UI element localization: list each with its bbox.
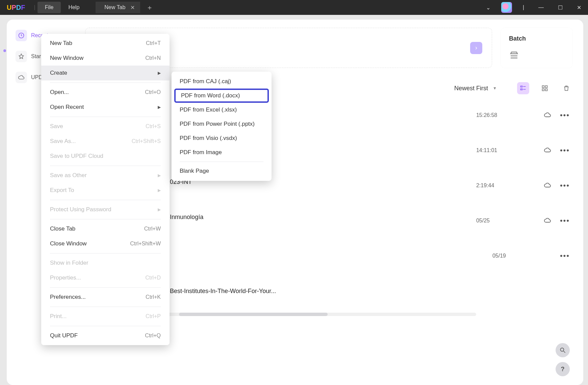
menu-protect: Protect Using Password▶ — [41, 202, 170, 217]
menu-new-window[interactable]: New WindowCtrl+N — [41, 51, 170, 66]
chevron-right-icon: ▶ — [158, 105, 161, 110]
menu-print: Print...Ctrl+P — [41, 309, 170, 324]
titlebar: UPDF | File Help New Tab ✕ ＋ ⌄ | — ☐ ✕ — [0, 0, 588, 15]
view-grid-button[interactable] — [539, 82, 551, 94]
close-window-button[interactable]: ✕ — [573, 4, 585, 11]
view-list-button[interactable] — [517, 82, 529, 94]
batch-card[interactable]: Batch — [501, 28, 572, 68]
menu-save-other: Save as Other▶ — [41, 168, 170, 183]
menu-show-folder: Show in Folder — [41, 256, 170, 270]
submenu-pdf-from-excel[interactable]: PDF from Excel (.xlsx) — [172, 103, 272, 117]
menu-export-to: Export To▶ — [41, 183, 170, 198]
help-button[interactable]: ? — [556, 362, 570, 376]
chevron-right-icon: ▶ — [158, 71, 161, 75]
menu-close-tab[interactable]: Close TabCtrl+W — [41, 221, 170, 236]
sort-label: Newest First — [454, 85, 488, 92]
cloud-icon — [16, 72, 27, 83]
menu-file[interactable]: File — [37, 2, 61, 13]
cloud-icon[interactable] — [544, 182, 551, 190]
open-arrow-icon: › — [470, 42, 482, 54]
chevron-right-icon: ▶ — [158, 207, 161, 212]
indicator-dot — [3, 49, 6, 52]
chevron-right-icon: ▶ — [158, 188, 161, 193]
maximize-button[interactable]: ☐ — [555, 4, 566, 11]
submenu-pdf-from-caj[interactable]: PDF from CAJ (.caj) — [172, 74, 272, 89]
horizontal-scrollbar[interactable] — [165, 313, 476, 316]
app-logo: UPDF — [7, 4, 25, 11]
more-icon[interactable]: ••• — [560, 216, 570, 225]
svg-rect-5 — [542, 86, 544, 88]
file-time: 05/19 — [492, 253, 553, 259]
search-button[interactable] — [556, 343, 570, 357]
svg-rect-2 — [521, 89, 522, 90]
user-avatar[interactable] — [501, 2, 512, 13]
submenu-pdf-from-ppt[interactable]: PDF from Power Point (.pptx) — [172, 117, 272, 131]
menu-open-recent[interactable]: Open Recent▶ — [41, 100, 170, 115]
menu-save-as: Save As...Ctrl+Shift+S — [41, 134, 170, 149]
menu-save-cloud: Save to UPDF Cloud — [41, 149, 170, 164]
svg-point-9 — [560, 348, 564, 351]
svg-line-10 — [564, 351, 565, 353]
divider: | — [34, 4, 35, 10]
clock-icon — [16, 30, 27, 41]
cloud-icon[interactable] — [544, 111, 551, 120]
chevron-right-icon: ▶ — [158, 173, 161, 178]
menu-save: SaveCtrl+S — [41, 119, 170, 134]
svg-rect-7 — [542, 89, 544, 91]
batch-icon — [509, 50, 519, 61]
menu-open[interactable]: Open...Ctrl+O — [41, 85, 170, 100]
delete-button[interactable] — [560, 82, 572, 94]
batch-label: Batch — [509, 35, 564, 42]
star-icon — [16, 51, 27, 62]
cloud-icon[interactable] — [544, 217, 551, 225]
more-icon[interactable]: ••• — [560, 111, 570, 120]
menu-new-tab[interactable]: New TabCtrl+T — [41, 36, 170, 51]
sort-dropdown[interactable]: Newest First ▼ — [454, 85, 497, 92]
more-icon[interactable]: ••• — [560, 251, 570, 260]
chevron-down-icon[interactable]: ⌄ — [483, 4, 494, 11]
svg-rect-1 — [521, 86, 522, 87]
minimize-button[interactable]: — — [535, 4, 547, 10]
menu-close-window[interactable]: Close WindowCtrl+Shift+W — [41, 236, 170, 251]
file-time: 14:11:01 — [476, 147, 537, 153]
close-icon[interactable]: ✕ — [130, 4, 135, 11]
submenu-pdf-from-image[interactable]: PDF from Image — [172, 145, 272, 160]
menu-help[interactable]: Help — [61, 2, 87, 13]
cloud-icon[interactable] — [544, 146, 551, 155]
menu-create[interactable]: Create▶ — [41, 66, 170, 80]
divider: | — [519, 4, 528, 10]
file-time: 15:26:58 — [476, 112, 537, 118]
submenu-pdf-from-word[interactable]: PDF from Word (.docx) — [174, 89, 269, 103]
more-icon[interactable]: ••• — [560, 181, 570, 190]
menu-preferences[interactable]: Preferences...Ctrl+K — [41, 290, 170, 305]
submenu-pdf-from-visio[interactable]: PDF from Visio (.vsdx) — [172, 131, 272, 145]
file-title: d-and-Apply-For-the-Best-Institutes-In-T… — [113, 288, 570, 295]
file-time: 2:19:44 — [476, 183, 537, 189]
tab-label: New Tab — [104, 4, 125, 10]
tab-new[interactable]: New Tab ✕ — [96, 2, 140, 13]
svg-rect-6 — [545, 86, 547, 88]
add-tab-button[interactable]: ＋ — [146, 3, 153, 12]
file-time: 05/25 — [476, 218, 537, 224]
create-submenu: PDF from CAJ (.caj) PDF from Word (.docx… — [172, 72, 272, 181]
chevron-down-icon: ▼ — [493, 86, 497, 91]
file-menu: New TabCtrl+T New WindowCtrl+N Create▶ O… — [41, 34, 170, 345]
svg-rect-8 — [545, 89, 547, 91]
menu-quit[interactable]: Quit UPDFCtrl+Q — [41, 328, 170, 343]
more-icon[interactable]: ••• — [560, 146, 570, 155]
submenu-blank-page[interactable]: Blank Page — [172, 164, 272, 178]
menu-properties: Properties...Ctrl+D — [41, 270, 170, 285]
